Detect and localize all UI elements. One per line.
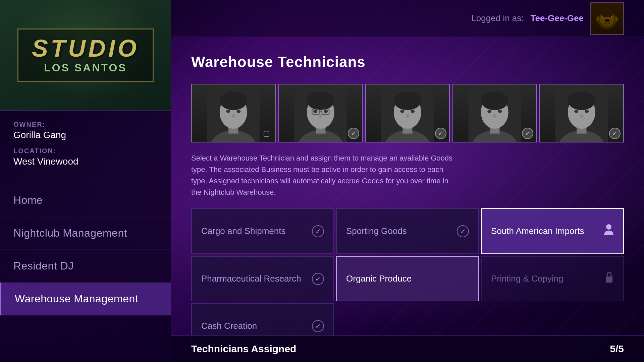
technician-card-5[interactable]: ✓	[539, 84, 624, 142]
technician-card-1[interactable]: ▢	[191, 84, 276, 142]
technician-card-3[interactable]: ✓	[365, 84, 450, 142]
location-label: LOCATION:	[13, 147, 157, 155]
nav-items: HomeNightclub ManagementResident DJWareh…	[0, 184, 171, 362]
svg-point-41	[411, 110, 415, 113]
goods-item-organic[interactable]: Organic Produce	[336, 256, 479, 301]
studio-logo-box: STUDIO LOS SANTOS	[17, 28, 154, 82]
lock-icon	[604, 272, 614, 286]
svg-point-42	[406, 114, 409, 118]
technicians-row: ▢✓✓✓✓	[191, 84, 624, 142]
svg-point-20	[220, 92, 247, 110]
description-text: Select a Warehouse Technician and assign…	[191, 153, 460, 198]
svg-point-28	[307, 92, 334, 110]
check-circle-icon: ✓	[312, 225, 324, 237]
check-circle-icon: ✓	[457, 225, 469, 237]
sidebar-item-resident-dj[interactable]: Resident DJ	[0, 250, 171, 283]
svg-point-47	[481, 92, 508, 110]
svg-point-21	[226, 110, 230, 113]
goods-name-cash: Cash Creation	[201, 320, 257, 332]
owner-label: OWNER:	[13, 121, 157, 128]
username-display: Tee-Gee-Gee	[531, 13, 584, 23]
svg-point-29	[313, 110, 317, 113]
svg-point-6	[603, 17, 604, 17]
svg-point-15	[600, 8, 614, 17]
technician-card-4[interactable]: ✓	[452, 84, 537, 142]
goods-name-pharmaceutical: Pharmaceutical Research	[201, 273, 301, 285]
goods-item-sporting[interactable]: Sporting Goods✓	[336, 208, 479, 254]
svg-point-14	[615, 17, 618, 21]
svg-point-57	[585, 110, 589, 113]
sidebar: STUDIO LOS SANTOS OWNER: Gorilla Gang LO…	[0, 0, 171, 362]
layout: STUDIO LOS SANTOS OWNER: Gorilla Gang LO…	[0, 0, 644, 362]
logged-in-label: Logged in as:	[471, 13, 524, 23]
technician-card-2[interactable]: ✓	[278, 84, 363, 142]
svg-point-48	[487, 110, 491, 113]
svg-point-49	[498, 110, 502, 113]
goods-name-cargo: Cargo and Shipments	[201, 226, 285, 237]
svg-point-59	[606, 224, 611, 230]
person-icon: ▢	[261, 128, 272, 139]
goods-name-south-american: South American Imports	[491, 226, 584, 237]
header-bar: Logged in as: Tee-Gee-Gee	[171, 0, 644, 37]
goods-item-printing[interactable]: Printing & Copying	[481, 256, 624, 301]
svg-rect-60	[606, 277, 612, 283]
studio-logo: STUDIO LOS SANTOS	[0, 0, 171, 111]
goods-name-sporting: Sporting Goods	[346, 226, 407, 237]
sidebar-item-home[interactable]: Home	[0, 184, 171, 217]
svg-point-10	[607, 19, 609, 21]
technicians-assigned-label: Technicians Assigned	[191, 343, 296, 355]
gorilla-icon	[591, 3, 623, 34]
goods-grid: Cargo and Shipments✓Sporting Goods✓South…	[191, 208, 624, 349]
svg-point-30	[324, 110, 328, 113]
check-circle-icon: ✓	[312, 273, 324, 285]
location-name: West Vinewood	[13, 156, 157, 167]
goods-item-pharmaceutical[interactable]: Pharmaceutical Research✓	[191, 256, 334, 301]
svg-point-39	[394, 92, 421, 110]
goods-item-south-american[interactable]: South American Imports	[481, 208, 624, 254]
check-icon: ✓	[435, 128, 446, 139]
goods-item-cargo[interactable]: Cargo and Shipments✓	[191, 208, 334, 254]
svg-point-9	[605, 19, 607, 21]
svg-point-7	[609, 17, 610, 17]
svg-point-23	[232, 114, 235, 118]
logged-in-section: Logged in as: Tee-Gee-Gee	[471, 2, 624, 35]
check-icon: ✓	[609, 128, 621, 139]
check-icon: ✓	[348, 128, 359, 139]
svg-point-58	[580, 114, 583, 118]
bottom-bar: Technicians Assigned 5/5	[171, 335, 644, 362]
sidebar-item-nightclub-management[interactable]: Nightclub Management	[0, 217, 171, 250]
content-area: Warehouse Technicians ▢✓✓✓✓ Select a War…	[171, 37, 644, 362]
goods-name-printing: Printing & Copying	[491, 273, 563, 285]
avatar	[590, 2, 624, 35]
technicians-assigned-count: 5/5	[610, 343, 624, 355]
studio-subtitle: LOS SANTOS	[32, 62, 139, 74]
svg-point-8	[604, 19, 610, 22]
svg-point-56	[575, 110, 579, 113]
svg-point-12	[597, 17, 599, 21]
property-info: OWNER: Gorilla Gang LOCATION: West Vinew…	[0, 111, 171, 184]
section-title: Warehouse Technicians	[191, 54, 624, 70]
check-circle-icon: ✓	[312, 320, 324, 332]
svg-point-22	[237, 110, 241, 113]
goods-name-organic: Organic Produce	[346, 273, 412, 285]
svg-point-31	[319, 114, 322, 118]
svg-point-40	[400, 110, 404, 113]
owner-name: Gorilla Gang	[13, 130, 157, 140]
studio-name: STUDIO	[32, 36, 139, 60]
sidebar-item-warehouse-management[interactable]: Warehouse Management	[0, 283, 171, 315]
person-icon	[604, 224, 614, 239]
svg-point-50	[493, 114, 496, 118]
svg-point-55	[568, 92, 595, 110]
